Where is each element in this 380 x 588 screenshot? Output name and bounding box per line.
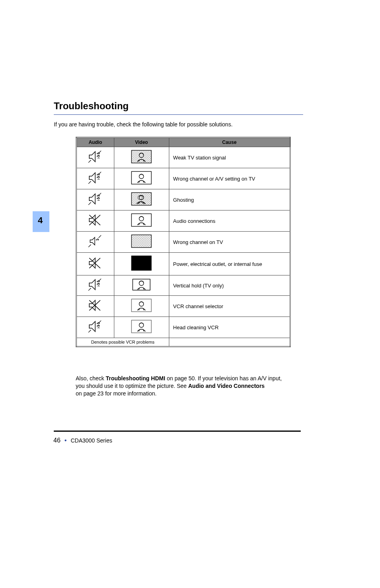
outro-line1-bold: Troubleshooting HDMI bbox=[106, 375, 165, 382]
svg-rect-3 bbox=[131, 214, 151, 226]
video-cell bbox=[114, 189, 169, 210]
video-cell bbox=[114, 210, 169, 232]
speaker-x-icon bbox=[87, 299, 103, 312]
table-header-row: Audio Video Cause bbox=[76, 138, 290, 147]
table-note-row: Denotes possible VCR problems bbox=[76, 338, 290, 347]
speaker-notes-icon bbox=[87, 150, 103, 163]
video-cell bbox=[114, 275, 169, 296]
outro-text: Also, check Troubleshooting HDMI on page… bbox=[76, 375, 291, 397]
col-header-cause: Cause bbox=[169, 138, 290, 147]
footer-rule bbox=[54, 431, 301, 432]
svg-rect-1 bbox=[131, 171, 151, 184]
intro-text: If you are having trouble, check the fol… bbox=[54, 121, 277, 128]
svg-rect-0 bbox=[131, 150, 151, 163]
table-note-cell: Denotes possible VCR problems bbox=[76, 338, 169, 347]
table-row: Wrong channel or A/V setting on TV bbox=[76, 168, 290, 189]
black-frame-icon bbox=[131, 255, 152, 271]
table-row: Vertical hold (TV only) bbox=[76, 275, 290, 296]
svg-rect-5 bbox=[131, 256, 151, 270]
snow-frame-icon bbox=[131, 234, 152, 248]
audio-cell bbox=[76, 232, 114, 253]
table-row: Head cleaning VCR bbox=[76, 317, 290, 338]
col-header-video: Video bbox=[114, 138, 169, 147]
footer-page-number: 46 bbox=[53, 437, 61, 444]
table-row: Audio connections bbox=[76, 210, 290, 232]
page-heading: Troubleshooting bbox=[54, 100, 129, 112]
table-row: VCR channel selector bbox=[76, 296, 290, 317]
table-row: Ghosting bbox=[76, 189, 290, 210]
audio-cell bbox=[76, 317, 114, 338]
audio-cell bbox=[76, 189, 114, 210]
video-cell bbox=[114, 296, 169, 317]
cause-cell: Power, electrical outlet, or internal fu… bbox=[169, 253, 290, 275]
video-cell bbox=[114, 253, 169, 275]
svg-rect-7 bbox=[131, 299, 151, 312]
person-frame-icon bbox=[131, 213, 152, 227]
cause-cell: Wrong channel or A/V setting on TV bbox=[169, 168, 290, 189]
footer-bullet-icon: • bbox=[65, 437, 67, 444]
table-row: Wrong channel on TV bbox=[76, 232, 290, 253]
video-cell bbox=[114, 317, 169, 338]
svg-rect-4 bbox=[131, 235, 151, 248]
audio-cell bbox=[76, 210, 114, 232]
person-frame-dotted-icon bbox=[131, 149, 152, 164]
cause-cell: Wrong channel on TV bbox=[169, 232, 290, 253]
person-frame-gray-icon bbox=[131, 319, 152, 334]
video-cell bbox=[114, 168, 169, 189]
speaker-notes-icon bbox=[87, 278, 103, 291]
audio-cell bbox=[76, 147, 114, 168]
audio-cell bbox=[76, 253, 114, 275]
speaker-notes-icon bbox=[87, 171, 103, 185]
outro-line3: on page 23 for more information. bbox=[76, 390, 157, 397]
svg-rect-8 bbox=[131, 320, 151, 333]
troubleshooting-table: Audio Video Cause Weak TV station signal… bbox=[76, 137, 291, 347]
outro-line1-post: on page 50. If your television has an A/… bbox=[165, 375, 282, 382]
video-cell bbox=[114, 147, 169, 168]
svg-rect-2 bbox=[131, 193, 151, 205]
cause-cell: Audio connections bbox=[169, 210, 290, 232]
speaker-notes-icon bbox=[87, 192, 103, 206]
cause-cell: Vertical hold (TV only) bbox=[169, 275, 290, 296]
outro-line2-bold: Audio and Video Connectors bbox=[188, 383, 265, 389]
audio-cell bbox=[76, 296, 114, 317]
table-row: Weak TV station signal bbox=[76, 147, 290, 168]
cause-cell: Weak TV station signal bbox=[169, 147, 290, 168]
col-header-audio: Audio bbox=[76, 138, 114, 147]
speaker-small-icon bbox=[87, 234, 103, 248]
person-frame-ghost-icon bbox=[131, 192, 152, 206]
person-frame-icon bbox=[131, 171, 152, 185]
table-note-empty bbox=[169, 338, 290, 347]
speaker-x-icon bbox=[87, 213, 103, 227]
person-frame-small-icon bbox=[132, 278, 151, 291]
cause-cell: VCR channel selector bbox=[169, 296, 290, 317]
video-cell bbox=[114, 232, 169, 253]
section-number: 4 bbox=[38, 215, 43, 226]
table-row: Power, electrical outlet, or internal fu… bbox=[76, 253, 290, 275]
speaker-x-icon bbox=[87, 256, 103, 270]
cause-cell: Head cleaning VCR bbox=[169, 317, 290, 338]
footer-series: CDA3000 Series bbox=[71, 437, 112, 444]
outro-line1-pre: Also, check bbox=[76, 375, 106, 382]
outro-line2-pre: you should use it to optimize the pictur… bbox=[76, 383, 188, 389]
page-footer: 46 • CDA3000 Series bbox=[53, 437, 112, 444]
audio-cell bbox=[76, 275, 114, 296]
speaker-notes-icon bbox=[87, 320, 103, 333]
audio-cell bbox=[76, 168, 114, 189]
person-frame-gray-icon bbox=[131, 298, 152, 313]
cause-cell: Ghosting bbox=[169, 189, 290, 210]
heading-rule bbox=[54, 114, 303, 115]
